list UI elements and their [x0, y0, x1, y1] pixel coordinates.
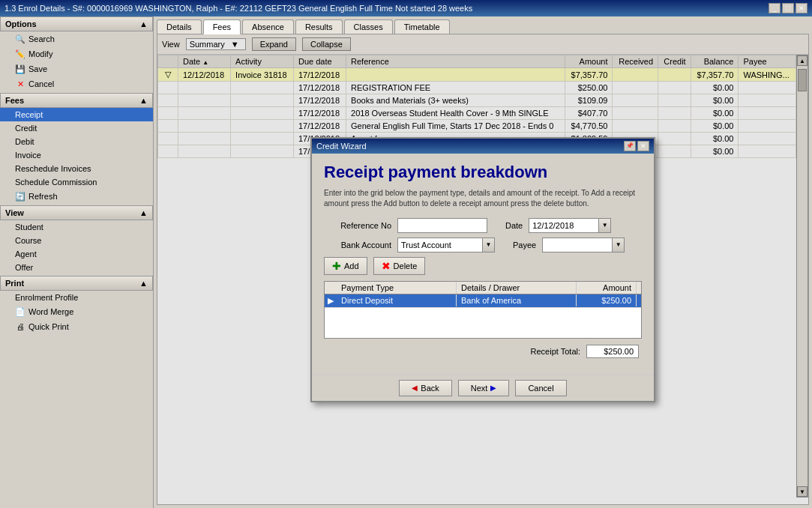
form-row-1: Reference No Date 12/12/2018 ▼: [324, 218, 642, 233]
payment-grid-header: Payment Type Details / Drawer Amount: [325, 282, 641, 294]
dialog-title-text: Credit Wizard: [316, 142, 367, 151]
back-arrow-icon: ◀: [412, 384, 418, 392]
next-button[interactable]: Next ▶: [458, 380, 510, 396]
sidebar: Options ▲ 🔍 Search ✏️ Modify 💾 Save ✕ Ca…: [0, 16, 154, 508]
sidebar-item-debit[interactable]: Debit: [0, 135, 153, 148]
dialog-title-bar: Credit Wizard 📌 ✕: [312, 139, 654, 154]
add-button[interactable]: ✚ Add: [324, 257, 367, 275]
options-section: Options ▲ 🔍 Search ✏️ Modify 💾 Save ✕ Ca…: [0, 16, 153, 91]
sidebar-item-save[interactable]: 💾 Save: [0, 61, 153, 76]
sidebar-item-word-merge[interactable]: 📄 Word Merge: [0, 304, 153, 319]
col-payment-type: Payment Type: [337, 282, 457, 294]
add-icon: ✚: [332, 260, 341, 272]
dialog-body: Receipt payment breakdown Enter into the…: [312, 154, 654, 375]
grid-amount: $250.00: [577, 294, 637, 306]
receipt-total-row: Receipt Total: $250.00: [324, 345, 642, 358]
receipt-total-value: $250.00: [586, 345, 639, 358]
sidebar-item-invoice[interactable]: Invoice: [0, 148, 153, 162]
window-controls: _ □ ✕: [769, 3, 808, 13]
payment-grid: Payment Type Details / Drawer Amount ▶ D…: [324, 281, 642, 339]
row-arrow: ▶: [325, 294, 337, 307]
tab-fees[interactable]: Fees: [203, 19, 241, 34]
col-details-drawer: Details / Drawer: [457, 282, 577, 294]
sidebar-item-reschedule-invoices[interactable]: Reschedule Invoices: [0, 162, 153, 175]
refresh-icon: 🔄: [15, 191, 25, 202]
dialog-close-button[interactable]: ✕: [637, 141, 649, 151]
view-header[interactable]: View ▲: [0, 205, 153, 220]
tab-timetable[interactable]: Timetable: [394, 19, 450, 34]
tab-results[interactable]: Results: [295, 19, 343, 34]
sidebar-item-modify[interactable]: ✏️ Modify: [0, 46, 153, 61]
tab-bar: Details Fees Absence Results Classes Tim…: [154, 16, 812, 34]
sidebar-item-schedule-commission[interactable]: Schedule Commission: [0, 175, 153, 189]
grid-details: Bank of America: [457, 294, 577, 306]
date-label: Date: [505, 221, 523, 230]
maximize-button[interactable]: □: [782, 3, 794, 13]
bank-account-dropdown-button[interactable]: ▼: [482, 238, 494, 252]
save-icon: 💾: [15, 64, 25, 74]
next-arrow-icon: ▶: [490, 384, 496, 392]
dialog-footer: ◀ Back Next ▶ Cancel: [312, 375, 654, 401]
content-area: Details Fees Absence Results Classes Tim…: [154, 16, 812, 508]
reference-no-label: Reference No: [324, 221, 391, 230]
options-header[interactable]: Options ▲: [0, 16, 153, 31]
dialog-title-controls: 📌 ✕: [624, 141, 649, 151]
tab-absence[interactable]: Absence: [242, 19, 294, 34]
chevron-up-icon: ▲: [139, 279, 148, 288]
chevron-up-icon: ▲: [139, 96, 148, 105]
sidebar-item-enrolment-profile[interactable]: Enrolment Profile: [0, 291, 153, 304]
credit-wizard-dialog: Credit Wizard 📌 ✕ Receipt payment breakd…: [310, 137, 655, 402]
fee-content: View Summary ▼ Expand Collapse Date ▲: [157, 34, 809, 505]
tab-details[interactable]: Details: [157, 19, 202, 34]
payee-label: Payee: [513, 241, 536, 250]
minimize-button[interactable]: _: [769, 3, 781, 13]
bank-account-select[interactable]: Trust Account ▼: [397, 238, 495, 253]
dialog-pin-button[interactable]: 📌: [624, 141, 636, 151]
date-dropdown-button[interactable]: ▼: [598, 219, 610, 232]
payee-dropdown-button[interactable]: ▼: [612, 238, 624, 252]
receipt-total-label: Receipt Total:: [531, 347, 580, 356]
col-amount: Amount: [577, 282, 637, 294]
grid-header-arrow: [325, 282, 337, 294]
delete-button[interactable]: ✖ Delete: [373, 257, 426, 275]
grid-empty-area: [325, 308, 641, 338]
payee-select[interactable]: ▼: [542, 238, 625, 253]
search-icon: 🔍: [15, 34, 25, 44]
back-button[interactable]: ◀ Back: [399, 380, 451, 396]
fees-section: Fees ▲ Receipt Credit Debit Invoice Resc…: [0, 93, 153, 204]
sidebar-item-quick-print[interactable]: 🖨 Quick Print: [0, 319, 153, 334]
reference-no-input[interactable]: [397, 218, 487, 233]
title-bar: 1.3 Enrol Details - S#: 0000016969 WASHI…: [0, 0, 812, 16]
sidebar-item-receipt[interactable]: Receipt: [0, 108, 153, 121]
cancel-icon: ✕: [15, 79, 25, 89]
sidebar-item-search[interactable]: 🔍 Search: [0, 31, 153, 46]
main-window: Options ▲ 🔍 Search ✏️ Modify 💾 Save ✕ Ca…: [0, 16, 812, 508]
chevron-up-icon: ▲: [139, 19, 148, 28]
sidebar-item-credit[interactable]: Credit: [0, 121, 153, 135]
dialog-description: Enter into the grid below the payment ty…: [324, 188, 642, 209]
print-header[interactable]: Print ▲: [0, 276, 153, 291]
form-row-2: Bank Account Trust Account ▼ Payee ▼: [324, 238, 642, 253]
chevron-up-icon: ▲: [139, 208, 148, 217]
quick-print-icon: 🖨: [15, 321, 25, 332]
dialog-overlay: Credit Wizard 📌 ✕ Receipt payment breakd…: [157, 34, 808, 504]
print-section: Print ▲ Enrolment Profile 📄 Word Merge 🖨…: [0, 276, 153, 334]
action-row: ✚ Add ✖ Delete: [324, 257, 642, 275]
window-title: 1.3 Enrol Details - S#: 0000016969 WASHI…: [4, 4, 472, 13]
bank-account-value: Trust Account: [398, 241, 482, 250]
sidebar-item-student[interactable]: Student: [0, 220, 153, 234]
date-picker[interactable]: 12/12/2018 ▼: [529, 218, 611, 233]
sidebar-item-cancel[interactable]: ✕ Cancel: [0, 76, 153, 91]
close-button[interactable]: ✕: [796, 3, 808, 13]
word-merge-icon: 📄: [15, 306, 25, 317]
sidebar-item-agent[interactable]: Agent: [0, 247, 153, 261]
tab-classes[interactable]: Classes: [344, 19, 393, 34]
sidebar-item-refresh[interactable]: 🔄 Refresh: [0, 189, 153, 204]
payment-grid-row[interactable]: ▶ Direct Deposit Bank of America $250.00: [325, 294, 641, 308]
cancel-button[interactable]: Cancel: [515, 380, 566, 396]
dialog-heading: Receipt payment breakdown: [324, 163, 642, 182]
sidebar-item-course[interactable]: Course: [0, 234, 153, 247]
grid-payment-type: Direct Deposit: [337, 294, 457, 306]
fees-header[interactable]: Fees ▲: [0, 93, 153, 108]
sidebar-item-offer[interactable]: Offer: [0, 261, 153, 274]
